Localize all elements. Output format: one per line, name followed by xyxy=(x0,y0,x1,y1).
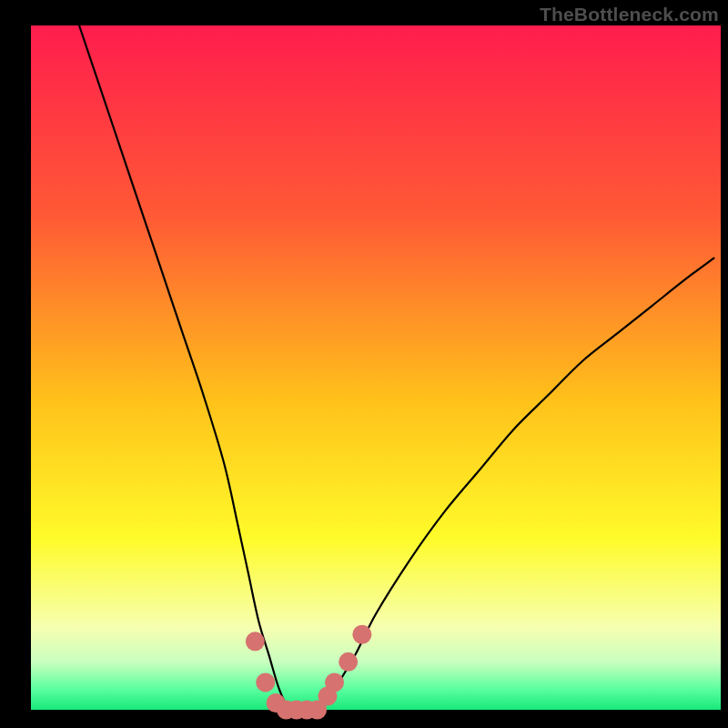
plot-background xyxy=(31,25,721,710)
bottleneck-chart xyxy=(0,0,728,728)
watermark-text: TheBottleneck.com xyxy=(540,4,719,25)
marker-point xyxy=(256,672,275,692)
marker-point xyxy=(246,632,265,651)
marker-point xyxy=(325,672,344,692)
marker-point xyxy=(339,652,358,672)
marker-point xyxy=(352,625,371,644)
chart-stage: TheBottleneck.com xyxy=(0,0,728,728)
